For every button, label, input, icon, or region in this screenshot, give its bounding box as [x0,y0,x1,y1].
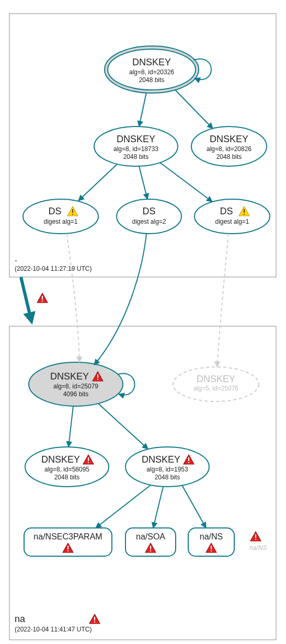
root-zsk-title: DNSKEY [117,134,155,144]
ds1-alg: digest alg=1 [43,218,77,225]
root-key3-title: DNSKEY [210,134,248,144]
edge-ds3-na-faded [217,234,228,367]
edge-ds2-na-ksk [94,234,146,365]
root-ksk-title: DNSKEY [132,57,171,67]
edge-ksk-to-zsk [139,93,146,126]
edge-naksk-zsk1 [68,406,73,447]
na-ksk-title: DNSKEY [50,371,89,382]
extra-ns-faded: na/NS [249,532,267,551]
error-icon [250,532,261,541]
na-zsk2-title: DNSKEY [142,454,180,465]
na-zsk2-bits: 2048 bits [155,474,180,481]
error-icon [37,293,48,303]
root-ksk-bits: 2048 bits [139,76,165,84]
edge-zsk-ds3 [160,163,212,202]
na-zsk2-alg: alg=8, id=1953 [146,466,188,473]
delegation-arrow [21,277,31,321]
error-icon [89,614,100,624]
svg-point-12 [173,367,259,401]
root-key3-bits: 2048 bits [216,153,242,160]
rrset-nsec3param: na/NSEC3PARAM [24,528,112,556]
root-key3-node: DNSKEY alg=8, id=20826 2048 bits [191,126,267,166]
rrset-soa: na/SOA [125,528,176,556]
zone-na-timestamp: (2022-10-04 11:41:47 UTC) [15,626,91,633]
na-key-faded-node: DNSKEY alg=5, id=25076 [173,367,259,401]
root-zsk-node: DNSKEY alg=8, id=18733 2048 bits [94,126,178,166]
na-key-faded-title: DNSKEY [197,374,235,384]
ds2-node: DS digest alg=2 [117,199,181,234]
edge-zsk-ds1 [78,164,117,201]
ds1-title: DS [48,206,61,216]
root-ksk-node: DNSKEY alg=8, id=20326 2048 bits [105,46,199,93]
root-key3-alg: alg=8, id=20826 [207,145,251,153]
edge-zsk2-rr3 [182,485,206,528]
edge-naksk-zsk2 [98,404,148,449]
extra-ns-label: na/NS [249,544,267,551]
root-zsk-bits: 2048 bits [123,153,149,160]
na-zsk1-alg: alg=8, id=58095 [44,466,89,473]
rrset-soa-label: na/SOA [136,532,165,541]
na-key-faded-alg: alg=5, id=25076 [193,385,238,392]
ds1-node: DS digest alg=1 [23,199,98,234]
edge-zsk-ds2 [139,166,147,199]
zone-na-label: na [15,614,26,624]
root-zsk-alg: alg=8, id=18733 [113,145,158,153]
edge-zsk2-rr1 [96,485,151,528]
ds3-title: DS [220,206,233,216]
ds3-node: DS digest alg=1 [195,199,270,234]
edge-zsk2-rr2 [153,487,163,528]
na-zsk1-node: DNSKEY alg=8, id=58095 2048 bits [25,447,109,487]
zone-root-label: . [15,253,17,263]
na-zsk1-bits: 2048 bits [54,474,80,481]
ds3-alg: digest alg=1 [215,218,249,225]
ds2-title: DS [142,206,155,216]
rrset-ns-label: na/NS [200,532,223,541]
zone-root-timestamp: (2022-10-04 11:27:19 UTC) [15,265,91,272]
svg-point-8 [23,199,98,234]
root-ksk-alg: alg=8, id=20326 [129,68,174,76]
ds2-alg: digest alg=2 [132,218,166,225]
na-ksk-alg: alg=8, id=25079 [53,383,98,390]
na-ksk-bits: 4096 bits [63,390,89,398]
svg-point-10 [195,199,270,234]
rrset-ns: na/NS [188,528,234,556]
svg-point-9 [117,199,181,234]
na-ksk-node: DNSKEY alg=8, id=25079 4096 bits [29,362,123,406]
na-zsk1-title: DNSKEY [41,454,80,465]
edge-ds1-na-ksk [67,234,79,362]
rrset-nsec3param-label: na/NSEC3PARAM [33,532,102,541]
na-zsk2-node: DNSKEY alg=8, id=1953 2048 bits [125,447,209,487]
edge-ksk-to-key3 [175,90,213,129]
